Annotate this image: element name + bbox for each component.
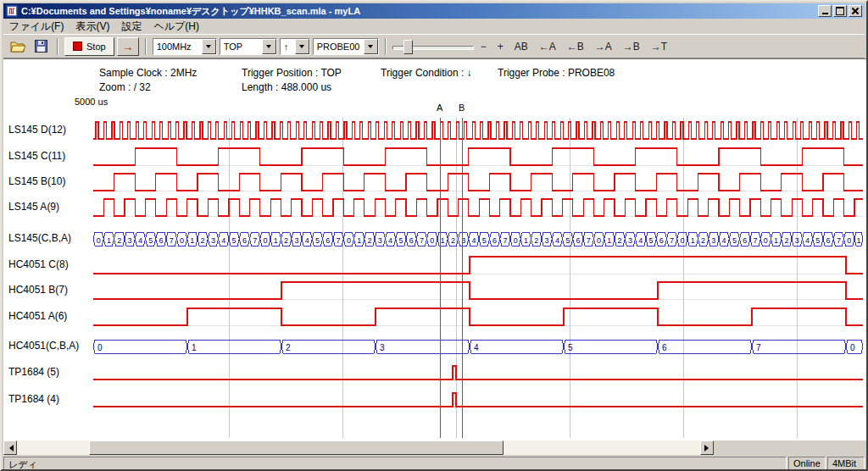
bus-value: 0 [850, 343, 855, 352]
trigger-position-combo-value: TOP [220, 39, 262, 54]
app-window: C:¥Documents and Settings¥noname¥デスクトップ¥… [0, 0, 868, 471]
bus-value: 1 [524, 236, 528, 245]
bus-value: 0 [514, 236, 518, 245]
bus-value: 7 [756, 343, 761, 352]
bus-value: 3 [294, 236, 298, 245]
titlebar[interactable]: C:¥Documents and Settings¥noname¥デスクトップ¥… [3, 3, 865, 19]
probe-combo[interactable]: PROBE00 [313, 38, 379, 55]
run-button[interactable]: → [117, 37, 139, 56]
chevron-down-icon[interactable] [364, 39, 378, 54]
toolbar-separator [57, 38, 58, 55]
bus-value: 3 [711, 236, 715, 245]
scroll-left-icon [6, 445, 14, 452]
goto-a-left-button[interactable]: ←A [535, 39, 560, 54]
app-icon [6, 5, 18, 17]
bus-value: 5 [232, 236, 236, 245]
bus-value: 0 [680, 236, 684, 245]
bus-value: 6 [492, 236, 497, 245]
close-button[interactable] [849, 5, 862, 17]
chevron-down-icon[interactable] [202, 39, 216, 54]
bus-value: 0 [347, 236, 351, 245]
channel-label: LS145 D(12) [8, 124, 66, 136]
bus-value: 5 [815, 236, 820, 245]
length-info: Length : 488.000 us [242, 81, 331, 93]
menu-help[interactable]: ヘルプ(H) [147, 19, 205, 35]
ab-button[interactable]: AB [510, 39, 532, 54]
stop-button[interactable]: Stop [64, 37, 114, 56]
goto-a-right-button[interactable]: →A [591, 39, 616, 54]
bus-value: 7 [253, 236, 257, 245]
zoom-slider[interactable] [392, 38, 474, 55]
bus-value: 0 [430, 236, 434, 245]
bus-value: 2 [451, 236, 455, 245]
slider-thumb[interactable] [403, 40, 413, 54]
save-button[interactable] [31, 37, 51, 56]
bus-value: 5 [568, 343, 573, 352]
bus-value: 3 [795, 236, 799, 245]
bus-value: 2 [284, 236, 288, 245]
trigger-edge-combo[interactable]: ↑ [280, 38, 310, 55]
sample-clock-combo[interactable]: 100MHz [153, 38, 217, 55]
horizontal-scrollbar[interactable] [3, 441, 714, 455]
zoom-in-button[interactable]: + [493, 39, 508, 54]
bus-value: 5 [648, 236, 653, 245]
channel-label: HC4051 B(7) [8, 284, 68, 296]
menu-view[interactable]: 表示(V) [70, 19, 115, 35]
bus-value: 7 [170, 236, 174, 245]
goto-b-left-button[interactable]: ←B [563, 39, 588, 54]
toolbar-separator [385, 38, 387, 55]
minimize-icon [822, 8, 828, 14]
scroll-right-button[interactable] [700, 441, 714, 455]
bus-value: 3 [378, 236, 382, 245]
maximize-button[interactable] [833, 5, 847, 17]
bus-value: 6 [659, 236, 664, 245]
menu-settings[interactable]: 設定 [115, 19, 147, 35]
bus-value: 1 [274, 236, 278, 245]
bus-value: 7 [670, 236, 674, 245]
menu-file[interactable]: ファイル(F) [3, 19, 70, 35]
bus-value: 1 [691, 236, 695, 245]
bus-value: 4 [555, 236, 559, 245]
run-arrow-icon: → [122, 40, 134, 53]
timeline-division-label: 5000 us [75, 97, 108, 107]
bus-value: 4 [805, 236, 810, 245]
minimize-button[interactable] [818, 5, 832, 17]
marker-label: A [437, 103, 442, 113]
bus-value: 5 [315, 236, 320, 245]
chevron-down-icon[interactable] [262, 39, 276, 54]
goto-trigger-button[interactable]: →T [647, 39, 671, 54]
bus-value: 2 [784, 236, 788, 245]
bus-value: 1 [856, 236, 860, 245]
zoom-info: Zoom : / 32 [99, 81, 151, 93]
bus-value: 7 [837, 236, 841, 245]
bus-value: 4 [474, 343, 479, 352]
marker-label: B [459, 103, 465, 113]
stop-icon [73, 42, 82, 51]
open-button[interactable] [8, 37, 28, 56]
bus-value: 5 [482, 236, 487, 245]
zoom-out-button[interactable]: − [476, 39, 491, 54]
bus-value: 2 [701, 236, 705, 245]
scroll-right-icon [704, 445, 712, 452]
chevron-down-icon[interactable] [295, 39, 309, 54]
bus-value: 5 [148, 236, 153, 245]
bus-value: 1 [441, 236, 445, 245]
goto-b-right-button[interactable]: →B [619, 39, 644, 54]
scroll-left-button[interactable] [3, 441, 17, 455]
bus-value: 1 [774, 236, 778, 245]
bus-value: 7 [587, 236, 591, 245]
bus-value: 6 [826, 236, 831, 245]
trigger-position-combo[interactable]: TOP [220, 38, 277, 55]
bus-value: 0 [847, 236, 851, 245]
bus-value: 3 [380, 343, 385, 352]
bus-value: 0 [764, 236, 768, 245]
bus-value: 2 [286, 343, 291, 352]
bus-value: 7 [337, 236, 341, 245]
bus-value: 5 [565, 236, 570, 245]
scrollbar-thumb[interactable] [89, 441, 504, 455]
bus-value: 7 [503, 236, 507, 245]
channel-label: LS145 C(11) [8, 150, 65, 162]
bus-value: 6 [242, 236, 247, 245]
bus-value: 1 [607, 236, 611, 245]
waveform-plot[interactable]: 0123456701234567012345670123456701234567… [93, 118, 863, 438]
